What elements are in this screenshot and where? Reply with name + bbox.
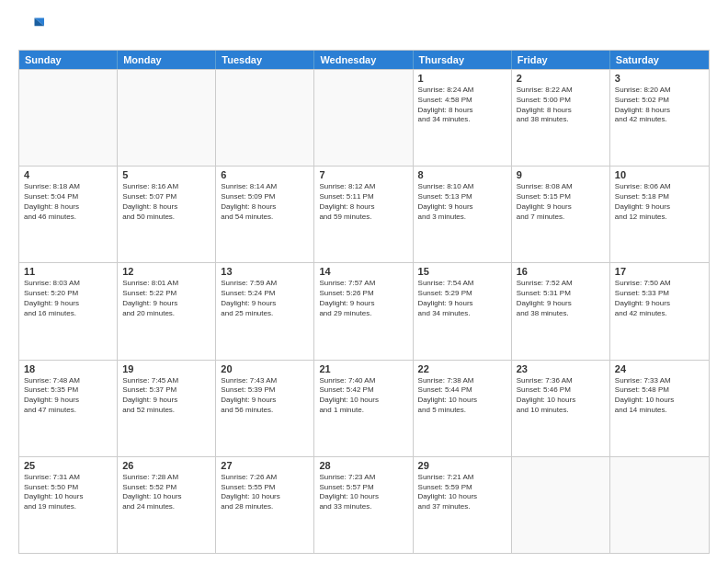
day-header-tuesday: Tuesday (216, 51, 314, 69)
cal-cell (512, 457, 610, 553)
cal-cell: 6Sunrise: 8:14 AM Sunset: 5:09 PM Daylig… (216, 167, 314, 262)
week-row-4: 18Sunrise: 7:48 AM Sunset: 5:35 PM Dayli… (19, 360, 709, 456)
day-header-sunday: Sunday (19, 51, 118, 69)
day-number: 6 (221, 169, 309, 180)
cal-cell: 25Sunrise: 7:31 AM Sunset: 5:50 PM Dayli… (19, 457, 118, 553)
cal-cell: 29Sunrise: 7:21 AM Sunset: 5:59 PM Dayli… (414, 457, 512, 553)
cal-cell: 12Sunrise: 8:01 AM Sunset: 5:22 PM Dayli… (118, 263, 216, 359)
cal-cell: 20Sunrise: 7:43 AM Sunset: 5:39 PM Dayli… (216, 361, 314, 456)
cal-cell (314, 70, 413, 166)
day-info: Sunrise: 7:59 AM Sunset: 5:24 PM Dayligh… (221, 279, 309, 318)
day-number: 16 (517, 266, 605, 277)
week-row-2: 4Sunrise: 8:18 AM Sunset: 5:04 PM Daylig… (19, 166, 709, 262)
day-info: Sunrise: 7:31 AM Sunset: 5:50 PM Dayligh… (24, 473, 112, 512)
day-info: Sunrise: 7:43 AM Sunset: 5:39 PM Dayligh… (221, 376, 309, 416)
cal-cell (610, 457, 709, 553)
day-info: Sunrise: 8:14 AM Sunset: 5:09 PM Dayligh… (221, 182, 309, 222)
cal-cell: 10Sunrise: 8:06 AM Sunset: 5:18 PM Dayli… (610, 167, 709, 262)
day-info: Sunrise: 8:03 AM Sunset: 5:20 PM Dayligh… (24, 279, 112, 318)
day-info: Sunrise: 8:08 AM Sunset: 5:15 PM Dayligh… (517, 182, 605, 222)
day-number: 5 (122, 169, 210, 180)
cal-cell: 9Sunrise: 8:08 AM Sunset: 5:15 PM Daylig… (512, 167, 610, 262)
day-number: 20 (221, 363, 309, 374)
day-info: Sunrise: 7:28 AM Sunset: 5:52 PM Dayligh… (122, 473, 210, 512)
day-number: 23 (517, 363, 605, 374)
header (18, 15, 710, 40)
day-info: Sunrise: 7:48 AM Sunset: 5:35 PM Dayligh… (24, 376, 112, 416)
cal-cell: 2Sunrise: 8:22 AM Sunset: 5:00 PM Daylig… (512, 70, 610, 166)
day-number: 22 (418, 363, 506, 374)
logo (18, 15, 48, 40)
day-number: 10 (615, 169, 704, 180)
day-number: 8 (418, 169, 506, 180)
cal-cell: 4Sunrise: 8:18 AM Sunset: 5:04 PM Daylig… (19, 167, 118, 262)
cal-cell: 1Sunrise: 8:24 AM Sunset: 4:58 PM Daylig… (414, 70, 512, 166)
day-number: 24 (615, 363, 704, 374)
day-info: Sunrise: 8:01 AM Sunset: 5:22 PM Dayligh… (122, 279, 210, 318)
day-info: Sunrise: 7:33 AM Sunset: 5:48 PM Dayligh… (615, 376, 704, 416)
cal-cell: 3Sunrise: 8:20 AM Sunset: 5:02 PM Daylig… (610, 70, 709, 166)
cal-cell: 18Sunrise: 7:48 AM Sunset: 5:35 PM Dayli… (19, 361, 118, 456)
day-info: Sunrise: 7:54 AM Sunset: 5:29 PM Dayligh… (418, 279, 506, 318)
cal-cell: 5Sunrise: 8:16 AM Sunset: 5:07 PM Daylig… (118, 167, 216, 262)
day-info: Sunrise: 8:18 AM Sunset: 5:04 PM Dayligh… (24, 182, 112, 222)
day-number: 18 (24, 363, 112, 374)
cal-cell: 22Sunrise: 7:38 AM Sunset: 5:44 PM Dayli… (414, 361, 512, 456)
day-number: 28 (319, 460, 407, 471)
day-number: 17 (615, 266, 704, 277)
cal-cell: 14Sunrise: 7:57 AM Sunset: 5:26 PM Dayli… (314, 263, 413, 359)
day-info: Sunrise: 7:26 AM Sunset: 5:55 PM Dayligh… (221, 473, 309, 512)
cal-cell: 26Sunrise: 7:28 AM Sunset: 5:52 PM Dayli… (118, 457, 216, 553)
cal-cell: 15Sunrise: 7:54 AM Sunset: 5:29 PM Dayli… (414, 263, 512, 359)
day-info: Sunrise: 7:57 AM Sunset: 5:26 PM Dayligh… (319, 279, 407, 318)
day-number: 19 (122, 363, 210, 374)
day-number: 7 (319, 169, 407, 180)
day-header-friday: Friday (512, 51, 610, 69)
logo-icon (18, 15, 44, 40)
day-number: 3 (615, 73, 704, 84)
day-number: 1 (418, 73, 506, 84)
day-number: 21 (319, 363, 407, 374)
day-info: Sunrise: 7:52 AM Sunset: 5:31 PM Dayligh… (517, 279, 605, 318)
week-row-5: 25Sunrise: 7:31 AM Sunset: 5:50 PM Dayli… (19, 456, 709, 553)
cal-cell: 17Sunrise: 7:50 AM Sunset: 5:33 PM Dayli… (610, 263, 709, 359)
day-info: Sunrise: 8:22 AM Sunset: 5:00 PM Dayligh… (517, 86, 605, 125)
day-info: Sunrise: 7:50 AM Sunset: 5:33 PM Dayligh… (615, 279, 704, 318)
cal-cell: 8Sunrise: 8:10 AM Sunset: 5:13 PM Daylig… (414, 167, 512, 262)
cal-cell: 21Sunrise: 7:40 AM Sunset: 5:42 PM Dayli… (314, 361, 413, 456)
cal-cell: 23Sunrise: 7:36 AM Sunset: 5:46 PM Dayli… (512, 361, 610, 456)
cal-cell: 13Sunrise: 7:59 AM Sunset: 5:24 PM Dayli… (216, 263, 314, 359)
cal-cell: 7Sunrise: 8:12 AM Sunset: 5:11 PM Daylig… (314, 167, 413, 262)
day-number: 12 (122, 266, 210, 277)
day-number: 15 (418, 266, 506, 277)
day-info: Sunrise: 8:24 AM Sunset: 4:58 PM Dayligh… (418, 86, 506, 125)
day-info: Sunrise: 8:16 AM Sunset: 5:07 PM Dayligh… (122, 182, 210, 222)
day-number: 2 (517, 73, 605, 84)
day-info: Sunrise: 8:10 AM Sunset: 5:13 PM Dayligh… (418, 182, 506, 222)
day-header-monday: Monday (118, 51, 216, 69)
day-info: Sunrise: 7:40 AM Sunset: 5:42 PM Dayligh… (319, 376, 407, 416)
day-header-saturday: Saturday (610, 51, 709, 69)
day-number: 14 (319, 266, 407, 277)
cal-cell: 11Sunrise: 8:03 AM Sunset: 5:20 PM Dayli… (19, 263, 118, 359)
day-number: 11 (24, 266, 112, 277)
calendar-header: SundayMondayTuesdayWednesdayThursdayFrid… (19, 51, 709, 69)
day-info: Sunrise: 8:12 AM Sunset: 5:11 PM Dayligh… (319, 182, 407, 222)
day-number: 4 (24, 169, 112, 180)
week-row-1: 1Sunrise: 8:24 AM Sunset: 4:58 PM Daylig… (19, 69, 709, 166)
cal-cell: 28Sunrise: 7:23 AM Sunset: 5:57 PM Dayli… (314, 457, 413, 553)
day-info: Sunrise: 7:38 AM Sunset: 5:44 PM Dayligh… (418, 376, 506, 416)
day-number: 25 (24, 460, 112, 471)
cal-cell: 27Sunrise: 7:26 AM Sunset: 5:55 PM Dayli… (216, 457, 314, 553)
page: SundayMondayTuesdayWednesdayThursdayFrid… (0, 0, 728, 563)
day-header-wednesday: Wednesday (314, 51, 413, 69)
cal-cell (216, 70, 314, 166)
day-info: Sunrise: 8:20 AM Sunset: 5:02 PM Dayligh… (615, 86, 704, 125)
day-number: 27 (221, 460, 309, 471)
calendar-body: 1Sunrise: 8:24 AM Sunset: 4:58 PM Daylig… (19, 69, 709, 553)
day-info: Sunrise: 8:06 AM Sunset: 5:18 PM Dayligh… (615, 182, 704, 222)
day-number: 29 (418, 460, 506, 471)
cal-cell (19, 70, 118, 166)
day-info: Sunrise: 7:45 AM Sunset: 5:37 PM Dayligh… (122, 376, 210, 416)
day-info: Sunrise: 7:23 AM Sunset: 5:57 PM Dayligh… (319, 473, 407, 512)
